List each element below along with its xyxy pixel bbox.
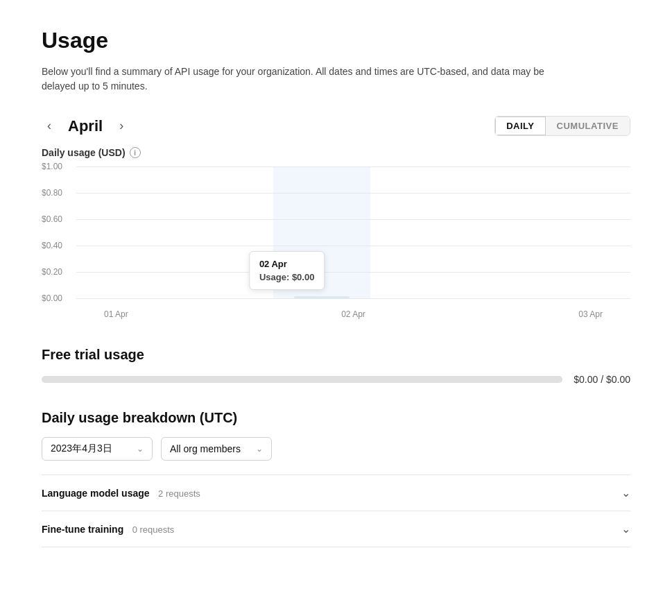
member-filter-arrow: ⌄ <box>256 444 263 454</box>
x-label-02apr: 02 Apr <box>341 309 365 319</box>
accordion-badge-fine-tune: 0 requests <box>132 524 175 535</box>
accordion-label-fine-tune: Fine-tune training <box>42 524 123 535</box>
member-filter-value: All org members <box>170 443 241 454</box>
month-label: April <box>68 117 103 135</box>
next-month-button[interactable]: › <box>114 116 129 136</box>
info-icon: i <box>130 147 141 158</box>
progress-label: $0.00 / $0.00 <box>574 374 630 385</box>
progress-bar-container <box>42 376 562 383</box>
accordion-badge-language-model: 2 requests <box>158 488 200 499</box>
x-label-03apr: 03 Apr <box>578 309 603 319</box>
breakdown-title: Daily usage breakdown (UTC) <box>42 410 630 426</box>
chart-bar-02apr <box>294 296 350 298</box>
filters-row: 2023年4月3日 ⌄ All org members ⌄ <box>42 437 630 461</box>
accordion-chevron-language-model: ⌄ <box>621 486 630 499</box>
month-nav: ‹ April › <box>42 116 129 136</box>
page-description: Below you'll find a summary of API usage… <box>42 65 555 94</box>
x-label-01apr: 01 Apr <box>104 309 128 319</box>
chart-grid: 02 Apr Usage: $0.00 <box>76 166 630 298</box>
y-label-040: $0.40 <box>42 241 62 250</box>
accordion-title-language-model: Language model usage 2 requests <box>42 487 200 499</box>
accordion-chevron-fine-tune: ⌄ <box>621 522 630 536</box>
accordion-item-fine-tune: Fine-tune training 0 requests ⌄ <box>42 511 630 547</box>
usage-chart: $1.00 $0.80 $0.60 $0.40 $0.20 $0.00 02 A… <box>42 166 630 319</box>
member-filter[interactable]: All org members ⌄ <box>161 437 272 461</box>
free-trial-section: Free trial usage $0.00 / $0.00 <box>42 347 630 385</box>
prev-month-button[interactable]: ‹ <box>42 116 57 136</box>
view-toggle: DAILY CUMULATIVE <box>494 116 630 136</box>
date-filter-value: 2023年4月3日 <box>51 443 112 455</box>
accordion-title-fine-tune: Fine-tune training 0 requests <box>42 523 174 536</box>
y-label-100: $1.00 <box>42 162 62 171</box>
y-label-080: $0.80 <box>42 188 62 198</box>
accordion-header-fine-tune[interactable]: Fine-tune training 0 requests ⌄ <box>42 511 630 547</box>
page-title: Usage <box>42 28 630 53</box>
breakdown-section: Daily usage breakdown (UTC) 2023年4月3日 ⌄ … <box>42 410 630 547</box>
chart-section-title: Daily usage (USD) i <box>42 147 630 158</box>
date-filter[interactable]: 2023年4月3日 ⌄ <box>42 437 153 461</box>
y-label-000: $0.00 <box>42 293 62 303</box>
chart-header: ‹ April › DAILY CUMULATIVE <box>42 116 630 136</box>
y-label-020: $0.20 <box>42 267 62 277</box>
y-label-060: $0.60 <box>42 214 62 224</box>
date-filter-arrow: ⌄ <box>137 444 144 454</box>
cumulative-toggle-button[interactable]: CUMULATIVE <box>546 117 630 135</box>
chart-area: $1.00 $0.80 $0.60 $0.40 $0.20 $0.00 02 A… <box>42 166 630 319</box>
accordion-label-language-model: Language model usage <box>42 488 150 499</box>
free-trial-title: Free trial usage <box>42 347 630 363</box>
daily-toggle-button[interactable]: DAILY <box>495 117 545 135</box>
accordion-item-language-model: Language model usage 2 requests ⌄ <box>42 474 630 511</box>
chart-highlight-column <box>273 166 370 298</box>
chart-x-axis: 01 Apr 02 Apr 03 Apr <box>76 309 630 319</box>
accordion-header-language-model[interactable]: Language model usage 2 requests ⌄ <box>42 475 630 511</box>
progress-row: $0.00 / $0.00 <box>42 374 630 385</box>
